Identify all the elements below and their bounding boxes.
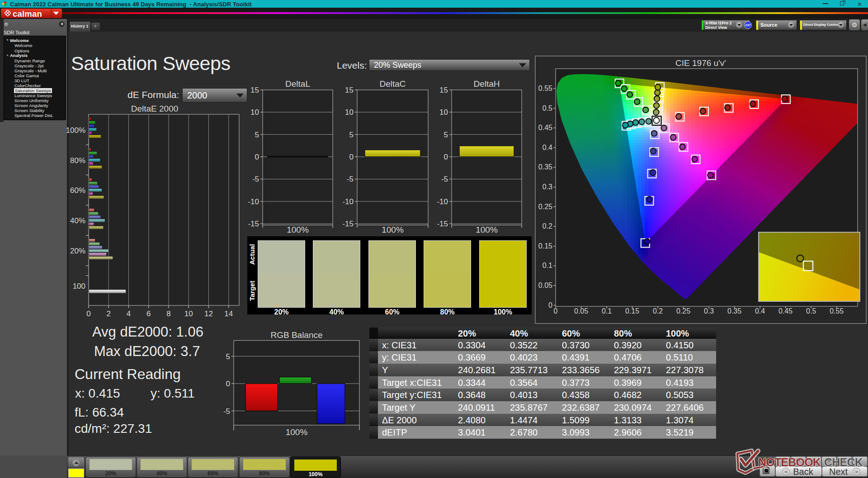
svg-text:100%: 100%: [66, 126, 85, 135]
svg-text:0.25: 0.25: [538, 203, 552, 211]
svg-text:100%: 100%: [287, 225, 309, 234]
svg-text:100%: 100%: [476, 225, 498, 234]
svg-text:DeltaL: DeltaL: [285, 79, 310, 89]
svg-text:0.45: 0.45: [538, 124, 552, 131]
svg-text:10: 10: [345, 108, 354, 117]
svg-text:60%: 60%: [70, 186, 85, 195]
svg-text:100%: 100%: [286, 427, 308, 437]
svg-text:14: 14: [224, 309, 233, 318]
svg-text:-15: -15: [248, 220, 259, 228]
svg-text:15: 15: [345, 86, 354, 94]
svg-text:DeltaC: DeltaC: [379, 79, 406, 89]
svg-text:15: 15: [439, 86, 448, 94]
svg-text:12: 12: [204, 309, 213, 318]
svg-text:DeltaE 2000: DeltaE 2000: [131, 104, 179, 113]
svg-text:DeltaH: DeltaH: [473, 79, 500, 89]
svg-text:0: 0: [548, 301, 552, 309]
svg-text:5: 5: [349, 131, 354, 139]
svg-text:80%: 80%: [70, 156, 85, 165]
svg-text:-5: -5: [223, 407, 230, 416]
svg-text:NOTEBOOK: NOTEBOOK: [758, 456, 821, 469]
svg-text:CIE 1976 u'v': CIE 1976 u'v': [675, 58, 726, 68]
svg-text:10: 10: [184, 309, 193, 318]
svg-text:0.2: 0.2: [542, 222, 552, 230]
svg-text:0.05: 0.05: [538, 281, 552, 289]
svg-text:-15: -15: [342, 220, 354, 228]
svg-text:5: 5: [255, 131, 259, 139]
svg-text:0: 0: [86, 309, 90, 318]
svg-text:5: 5: [444, 131, 448, 139]
svg-text:-5: -5: [347, 175, 354, 183]
svg-text:-10: -10: [342, 197, 354, 206]
svg-text:0.15: 0.15: [538, 242, 552, 250]
svg-text:2: 2: [106, 309, 110, 318]
svg-text:100: 100: [73, 282, 85, 291]
svg-text:0: 0: [255, 153, 259, 161]
svg-text:0: 0: [226, 380, 230, 388]
svg-text:0.4: 0.4: [542, 144, 552, 151]
svg-text:RGB Balance: RGB Balance: [270, 330, 322, 340]
svg-text:100%: 100%: [382, 225, 404, 234]
svg-text:-10: -10: [248, 197, 259, 206]
svg-text:0.55: 0.55: [538, 84, 552, 92]
svg-text:40%: 40%: [70, 216, 85, 225]
svg-text:-5: -5: [441, 175, 448, 183]
svg-text:0.1: 0.1: [542, 262, 552, 269]
svg-text:4: 4: [127, 309, 131, 318]
svg-text:-10: -10: [437, 197, 448, 206]
svg-text:15: 15: [250, 86, 259, 94]
svg-text:CHECK: CHECK: [824, 456, 863, 469]
svg-text:8: 8: [166, 309, 170, 318]
svg-text:0: 0: [349, 153, 354, 161]
svg-text:-15: -15: [437, 220, 448, 228]
svg-text:6: 6: [146, 309, 151, 318]
svg-text:0: 0: [444, 153, 448, 161]
svg-text:-5: -5: [252, 175, 259, 183]
svg-text:10: 10: [250, 108, 259, 117]
svg-text:10: 10: [439, 108, 448, 117]
svg-text:5: 5: [226, 352, 230, 361]
svg-text:0.3: 0.3: [542, 183, 552, 191]
svg-text:0.5: 0.5: [542, 104, 552, 112]
svg-text:0.35: 0.35: [538, 163, 552, 171]
svg-text:20%: 20%: [70, 247, 85, 255]
